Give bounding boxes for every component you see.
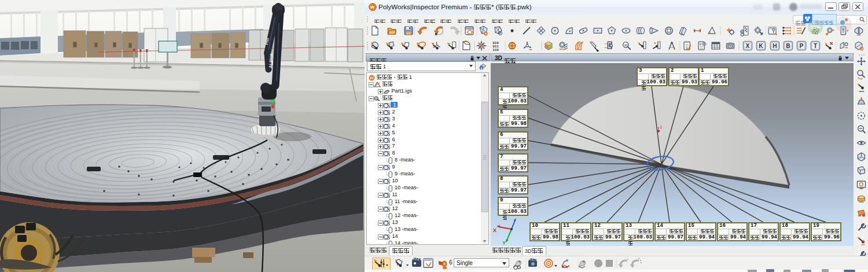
svg-text:i: i (481, 66, 482, 71)
svg-text:K: K (759, 43, 763, 49)
svg-text:1: 1 (660, 125, 663, 129)
svg-text:B: B (786, 43, 790, 49)
svg-text:T: T (814, 43, 818, 49)
svg-text:P: P (800, 43, 804, 49)
svg-text:ALPHA: ALPHA (268, 53, 274, 68)
svg-text:H: H (773, 43, 777, 49)
svg-text:Y: Y (502, 240, 506, 246)
svg-text:X: X (493, 227, 496, 233)
svg-text:X: X (746, 43, 750, 49)
svg-text:AI: AI (624, 43, 628, 47)
svg-text:110: 110 (492, 48, 499, 52)
